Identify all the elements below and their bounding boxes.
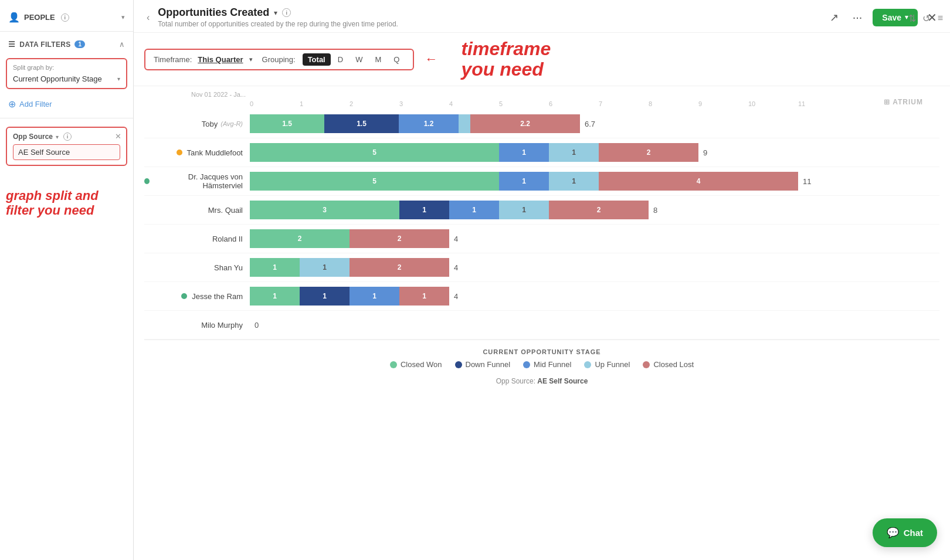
chat-label: Chat <box>904 528 923 538</box>
person-dot <box>177 150 182 155</box>
refresh-icon[interactable]: ↺ <box>922 13 930 24</box>
opp-source-footnote: Opp Source: AE Self Source <box>144 374 939 393</box>
grouping-q-button[interactable]: Q <box>388 53 405 66</box>
avg-label: (Avg-R) <box>220 120 243 127</box>
collapse-sidebar-button[interactable]: ‹ <box>144 10 152 25</box>
chart-container: Toby(Avg-R) 1.51.51.22.2 6.7 Tank Muddle… <box>144 110 939 340</box>
grouping-m-button[interactable]: M <box>369 53 386 66</box>
chart-row: Roland II 22 4 <box>144 225 939 253</box>
x-label-3: 3 <box>399 100 449 107</box>
x-label-2: 2 <box>350 100 399 107</box>
x-label-11: 11 <box>798 100 848 107</box>
split-graph-value-row[interactable]: Current Opportunity Stage ▾ <box>13 74 120 83</box>
person-name: Milo Murphy <box>201 321 243 330</box>
chart-area: Nov 01 2022 - Ja... ⊞ ATRIUM 0 1 2 3 4 5… <box>134 86 950 560</box>
date-range-label: Nov 01 2022 - Ja... <box>191 91 939 98</box>
chart-row: Toby(Avg-R) 1.51.51.22.2 6.7 <box>144 110 939 138</box>
filter-count-badge: 1 <box>74 40 85 48</box>
collapse-icon: ∧ <box>119 40 125 49</box>
opp-source-header: Opp Source ▾ i <box>13 133 120 141</box>
chat-button[interactable]: 💬 Chat <box>873 518 937 547</box>
legend-item: Closed Lost <box>643 360 694 369</box>
add-filter-button[interactable]: ⊕ Add Filter <box>0 94 133 114</box>
people-label: PEOPLE <box>24 13 55 22</box>
chart-row: Mrs. Quail 31112 8 <box>144 196 939 225</box>
top-bar: ‹ Opportunities Created ▾ i Total number… <box>134 0 950 33</box>
bar-label: Roland II <box>144 235 250 243</box>
opp-source-filter-box: Opp Source ▾ i ✕ AE Self Source <box>6 127 127 166</box>
menu-icon[interactable]: ≡ <box>938 13 943 23</box>
grouping-total-button[interactable]: Total <box>303 53 331 66</box>
bar-segment-closed-lost: 2 <box>350 229 449 248</box>
opp-source-close-icon[interactable]: ✕ <box>115 132 121 141</box>
chart-row: Jesse the Ram 1111 4 <box>144 282 939 311</box>
legend-item: Mid Funnel <box>523 360 571 369</box>
bar-total: 9 <box>703 148 707 157</box>
chart-subtitle: Total number of opportunities created by… <box>158 20 398 28</box>
bar-segment-up-funnel: 1 <box>499 201 549 219</box>
title-row: Opportunities Created ▾ i <box>158 6 398 19</box>
bar-segment-closed-won: 5 <box>250 143 499 162</box>
bar-label: Tank Muddlefoot <box>144 148 250 157</box>
bar-total: 4 <box>454 292 458 301</box>
bar-segment-closed-won: 1 <box>250 287 300 306</box>
filter-bar: Timeframe: This Quarter ▾ Grouping: Tota… <box>134 33 950 86</box>
bar-total: 6.7 <box>585 120 595 128</box>
bar-segment-closed-lost: 2.2 <box>470 114 580 133</box>
person-name: Mrs. Quail <box>208 206 243 215</box>
timeframe-label: Timeframe: <box>154 55 192 64</box>
bar-segment-closed-won: 5 <box>250 172 499 191</box>
opp-source-info-icon: i <box>63 133 72 141</box>
sort-icon[interactable]: ⇅ <box>908 13 916 24</box>
bar-total: 4 <box>454 263 458 272</box>
grouping-label: Grouping: <box>262 55 296 64</box>
bar-total: 11 <box>803 177 811 186</box>
save-label: Save <box>882 13 901 22</box>
bar-segment-down-funnel: 1.5 <box>324 114 399 133</box>
x-label-5: 5 <box>499 100 549 107</box>
top-bar-left: ‹ Opportunities Created ▾ i Total number… <box>144 6 398 28</box>
person-name: Shan Yu <box>214 263 243 272</box>
bars-wrapper: 0 <box>250 314 939 335</box>
chart-row: Milo Murphy 0 <box>144 311 939 340</box>
bars-wrapper: 5112 9 <box>250 142 939 163</box>
bar-total: 8 <box>653 206 657 215</box>
x-label-4: 4 <box>449 100 499 107</box>
legend-item: Up Funnel <box>584 360 630 369</box>
grouping-d-button[interactable]: D <box>333 53 348 66</box>
x-label-1: 1 <box>300 100 350 107</box>
bars-wrapper: 5114 11 <box>250 171 939 192</box>
sidebar: 👤 PEOPLE i ▾ ☰ DATA FILTERS 1 ∧ Split gr… <box>0 0 134 560</box>
sidebar-people-row[interactable]: 👤 PEOPLE i ▾ <box>0 7 133 28</box>
x-label-9: 9 <box>698 100 748 107</box>
share-button[interactable]: ↗ <box>826 9 842 26</box>
legend-area: CURRENT OPPORTUNITY STAGE Closed WonDown… <box>144 340 939 374</box>
person-name: Roland II <box>212 235 243 243</box>
bar-segment-closed-won: 1 <box>250 258 300 277</box>
data-filters-left: ☰ DATA FILTERS 1 <box>8 40 85 49</box>
bar-segment-closed-won: 2 <box>250 229 350 248</box>
bars-wrapper: 31112 8 <box>250 199 939 220</box>
timeframe-dropdown-icon[interactable]: ▾ <box>249 56 253 63</box>
people-chevron-icon: ▾ <box>121 13 125 21</box>
people-info-icon: i <box>61 13 69 22</box>
chart-row: Shan Yu 112 4 <box>144 253 939 282</box>
filter-icon: ☰ <box>8 40 15 49</box>
bar-label: Mrs. Quail <box>144 206 250 215</box>
person-dot <box>144 178 150 184</box>
x-label-10: 10 <box>748 100 798 107</box>
bar-segment-closed-lost: 2 <box>549 201 649 219</box>
title-dropdown-icon[interactable]: ▾ <box>274 9 277 17</box>
grouping-w-button[interactable]: W <box>350 53 368 66</box>
bar-segment-mid-funnel: 1 <box>499 143 549 162</box>
timeframe-value[interactable]: This Quarter <box>198 55 243 64</box>
bars-wrapper: 112 4 <box>250 257 939 278</box>
timeframe-annotation-arrow: ← <box>425 52 437 67</box>
atrium-logo: ⊞ ATRIUM <box>884 98 923 106</box>
sidebar-divider-1 <box>0 31 133 32</box>
data-filters-header[interactable]: ☰ DATA FILTERS 1 ∧ <box>0 35 133 53</box>
more-options-button[interactable]: ··· <box>849 8 866 26</box>
chart-row: Tank Muddlefoot 5112 9 <box>144 138 939 167</box>
person-dot <box>181 293 187 299</box>
bar-segment-closed-lost: 1 <box>399 287 449 306</box>
